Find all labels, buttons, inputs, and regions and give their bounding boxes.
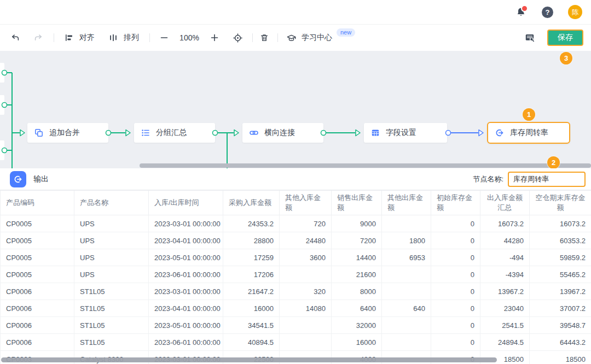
toolbar-divider (252, 33, 253, 42)
data-preview-icon (525, 33, 535, 43)
table-row: CP0006ST1L052023-05-01 00:00:0034541.532… (1, 317, 591, 334)
table-cell: 34541.5 (223, 317, 280, 334)
zoom-fit-button[interactable] (231, 31, 244, 44)
step-badge-2: 2 (547, 156, 560, 168)
column-header: 产品编码 (1, 191, 74, 215)
align-icon (62, 31, 76, 44)
arrange-button[interactable]: 排列 (107, 31, 139, 44)
table-cell: 2023-05-01 00:00:00 (149, 317, 223, 334)
table-cell: 55465.2 (530, 266, 591, 283)
flow-canvas[interactable]: 追加合并分组汇总横向连接字段设置库存周转率 1 2 3 (0, 51, 591, 168)
table-cell: 24894.5 (480, 334, 530, 351)
table-cell: 2023-05-01 00:00:00 (149, 249, 223, 266)
table-cell: 0 (431, 283, 480, 300)
graduation-cap-icon (285, 31, 298, 44)
flow-node-group-summary[interactable]: 分组汇总 (134, 123, 215, 143)
link-icon (250, 128, 258, 137)
align-button[interactable]: 对齐 (62, 31, 95, 44)
redo-button[interactable] (32, 31, 45, 44)
flow-node-label: 字段设置 (386, 128, 416, 138)
table-cell (280, 317, 332, 334)
app-window: ? 陈 对齐 排列 100% (0, 0, 591, 364)
table-cell: 24353.2 (223, 215, 280, 232)
table-cell: CP0005 (1, 249, 74, 266)
table-cell (382, 334, 431, 351)
learning-center-label: 学习中心 (302, 33, 332, 43)
help-button[interactable]: ? (542, 7, 553, 18)
learning-center-button[interactable]: 学习中心 new (285, 31, 355, 44)
table-cell: 60353.2 (530, 232, 591, 249)
notifications-button[interactable] (515, 6, 527, 18)
step-badge-1: 1 (523, 108, 535, 121)
group-icon (141, 128, 150, 137)
column-header: 其他入库金额 (280, 191, 332, 215)
table-cell: 2023-06-01 00:00:00 (149, 334, 223, 351)
flow-node-inventory-turnover[interactable]: 库存周转率 (487, 122, 570, 144)
undo-button[interactable] (9, 31, 22, 44)
delete-button[interactable] (258, 31, 271, 44)
table-cell: 23040 (480, 300, 530, 317)
undo-icon (11, 33, 20, 42)
table-icon (371, 128, 380, 137)
merge-icon (34, 128, 43, 137)
output-icon (10, 171, 26, 187)
new-badge: new (337, 28, 355, 37)
flow-node-horizontal-join[interactable]: 横向连接 (242, 123, 323, 143)
table-cell: 13967.2 (530, 283, 591, 300)
plus-icon (210, 33, 219, 42)
table-cell: 2023-03-01 00:00:00 (149, 283, 223, 300)
zoom-out-button[interactable] (158, 31, 171, 44)
table-cell (382, 317, 431, 334)
node-name-input[interactable] (508, 172, 586, 187)
table-cell: 40894.5 (223, 334, 280, 351)
arrange-icon (107, 31, 120, 44)
table-horizontal-scrollbar[interactable] (1, 357, 497, 362)
step-badge-3: 3 (560, 52, 572, 64)
flow-node-label: 分组汇总 (156, 128, 187, 138)
toolbar-divider (277, 33, 278, 42)
table-cell: 14080 (280, 300, 332, 317)
table-cell: CP0006 (1, 300, 74, 317)
data-preview-button[interactable] (523, 31, 536, 44)
table-cell: CP0005 (1, 266, 74, 283)
table-cell: ST1L05 (74, 317, 149, 334)
save-button[interactable]: 保存 (547, 30, 583, 46)
table-cell: CP0005 (1, 215, 74, 232)
table-cell: 0 (431, 215, 480, 232)
table-cell: 7200 (332, 232, 382, 249)
table-cell: 17259 (223, 249, 280, 266)
table-cell: CP0006 (1, 317, 74, 334)
table-cell: 21600 (332, 266, 382, 283)
table-row: CP0006ST1L052023-04-01 00:00:00160001408… (1, 300, 591, 317)
table-cell: CP0006 (1, 334, 74, 351)
table-cell: 0 (431, 317, 480, 334)
notification-badge (521, 5, 528, 12)
table-cell: 16073.2 (530, 215, 591, 232)
table-cell: 28800 (223, 232, 280, 249)
output-icon (495, 128, 504, 137)
table-cell: 0 (431, 249, 480, 266)
table-cell: 2023-04-01 00:00:00 (149, 300, 223, 317)
table-cell: 24480 (280, 232, 332, 249)
table-cell: 320 (280, 283, 332, 300)
flow-node-field-settings[interactable]: 字段设置 (364, 123, 447, 143)
flow-node-stub[interactable] (0, 95, 4, 115)
table-cell: 39548.7 (530, 317, 591, 334)
zoom-level: 100% (177, 33, 201, 42)
flow-node-stub[interactable] (0, 63, 4, 83)
table-cell: 16000 (223, 300, 280, 317)
avatar[interactable]: 陈 (568, 5, 582, 19)
column-header: 产品名称 (74, 191, 149, 215)
canvas-horizontal-scrollbar[interactable] (140, 163, 591, 168)
table-cell: 16073.2 (480, 215, 530, 232)
column-header: 采购入库金额 (223, 191, 280, 215)
zoom-in-button[interactable] (208, 31, 221, 44)
flow-node-stub[interactable] (0, 140, 4, 160)
table-cell: 2023-06-01 00:00:00 (149, 266, 223, 283)
column-header: 销售出库金额 (332, 191, 382, 215)
table-cell: 21647.2 (223, 283, 280, 300)
flow-node-append-merge[interactable]: 追加合并 (27, 123, 108, 143)
table-cell: 2541.5 (480, 317, 530, 334)
table-cell: 0 (431, 266, 480, 283)
table-row: CP0005UPS2023-06-01 00:00:0017206216000-… (1, 266, 591, 283)
